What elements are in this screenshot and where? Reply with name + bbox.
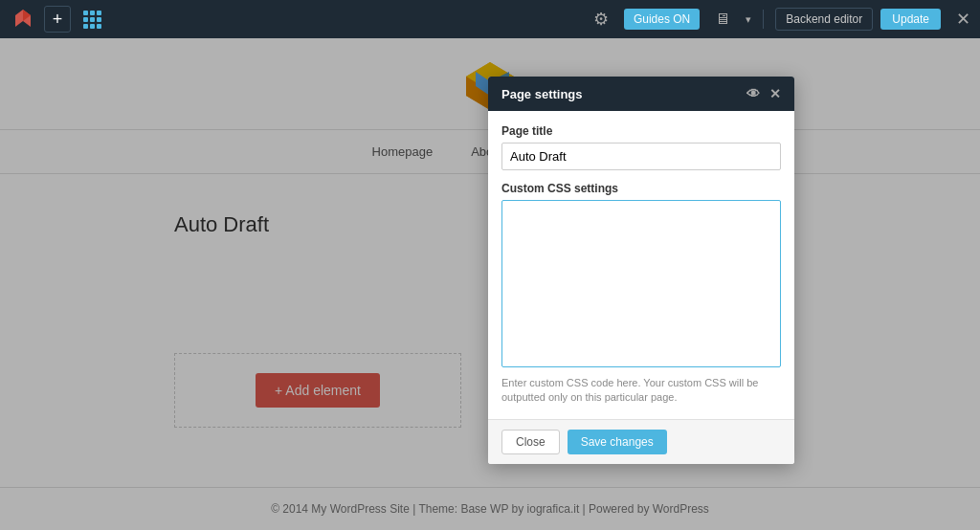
custom-css-textarea[interactable]: | [501,200,781,367]
css-hint: Enter custom CSS code here. Your custom … [501,376,781,406]
backend-editor-button[interactable]: Backend editor [775,8,873,31]
modal-title: Page settings [501,87,583,101]
save-changes-button[interactable]: Save changes [568,430,667,454]
page-title-label: Page title [501,124,781,138]
modal-close-icon[interactable]: ✕ [769,86,781,101]
modal-header-actions: 👁 ✕ [746,86,781,101]
toolbar-separator [763,10,764,29]
modal-body: Page title Custom CSS settings | Enter c… [488,111,794,419]
close-button[interactable]: Close [501,430,560,454]
modal-header: Page settings 👁 ✕ [488,77,794,111]
modal-eye-icon[interactable]: 👁 [746,86,760,101]
grid-button[interactable] [78,6,105,33]
modal-footer: Close Save changes [488,419,794,464]
main-toolbar: + ⚙ Guides ON 🖥 ▾ Backend editor Update … [0,0,980,38]
add-button[interactable]: + [44,6,71,33]
close-icon[interactable]: ✕ [956,9,970,30]
guides-button[interactable]: Guides ON [624,9,700,30]
page-title-input[interactable] [501,143,781,170]
monitor-icon[interactable]: 🖥 [715,11,730,28]
gear-icon[interactable]: ⚙ [593,9,609,30]
css-settings-label: Custom CSS settings [501,182,781,195]
page-settings-modal: Page settings 👁 ✕ Page title Custom CSS … [488,77,794,464]
monitor-dropdown-icon[interactable]: ▾ [746,13,751,26]
update-button[interactable]: Update [880,9,941,30]
main-area: Homepage About Us Services Auto Draft We… [0,38,980,530]
logo [10,6,36,33]
grid-icon [83,11,101,29]
